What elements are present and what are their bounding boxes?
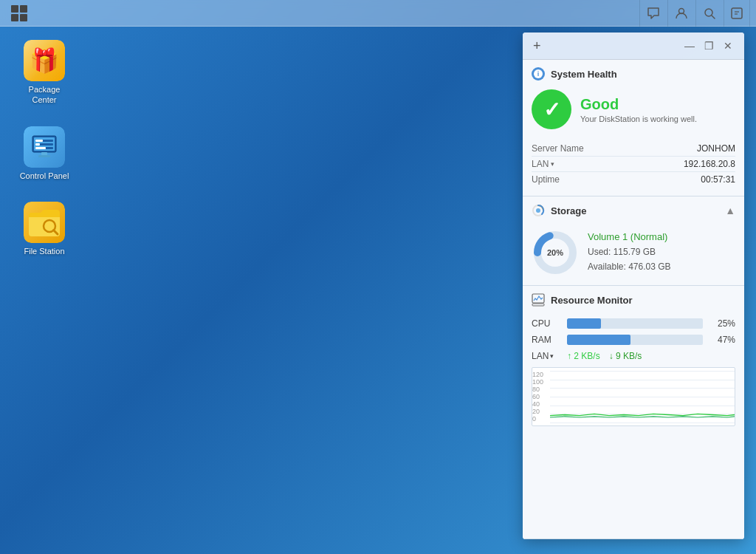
cpu-row: CPU 25% bbox=[532, 318, 735, 329]
health-status-icon: ✓ bbox=[532, 89, 571, 129]
chat-icon bbox=[647, 7, 660, 20]
lan-speed-label: LAN ▾ bbox=[532, 351, 561, 361]
ram-percent: 47% bbox=[709, 335, 735, 345]
file-station-label: File Station bbox=[24, 246, 64, 256]
ram-bar bbox=[567, 335, 630, 345]
health-description: Your DiskStation is working well. bbox=[580, 114, 697, 123]
panel-minimize-button[interactable]: — bbox=[681, 37, 698, 55]
desktop-icon-package-center[interactable]: 🎁 Package Center bbox=[15, 35, 74, 110]
lan-label: LAN ▾ bbox=[532, 159, 554, 169]
uptime-row: Uptime 00:57:31 bbox=[532, 172, 735, 187]
svg-point-20 bbox=[536, 208, 540, 213]
chart-y-labels: 120 100 80 60 40 20 0 bbox=[532, 371, 550, 423]
storage-available: Available: 476.03 GB bbox=[588, 260, 671, 274]
taskbar bbox=[0, 0, 756, 27]
cpu-percent: 25% bbox=[709, 318, 735, 329]
panel-header-left: + bbox=[530, 38, 544, 54]
taskbar-right bbox=[639, 0, 750, 27]
control-panel-label: Control Panel bbox=[20, 171, 69, 181]
panel-close-button[interactable]: ✕ bbox=[719, 37, 737, 55]
health-details: Server Name JONHOM LAN ▾ 192.168.20.8 Up… bbox=[523, 138, 744, 196]
package-center-icon: 🎁 bbox=[24, 40, 65, 81]
svg-rect-24 bbox=[532, 304, 544, 306]
svg-rect-12 bbox=[35, 147, 46, 149]
chat-icon-button[interactable] bbox=[639, 0, 666, 27]
notifications-icon-button[interactable] bbox=[724, 0, 750, 27]
svg-rect-13 bbox=[41, 152, 47, 155]
info-panel: + — ❐ ✕ i System Health ✓ Good Your D bbox=[523, 33, 744, 539]
system-health-icon: i bbox=[532, 67, 545, 81]
svg-rect-2 bbox=[732, 8, 742, 18]
cpu-label: CPU bbox=[532, 318, 561, 329]
svg-rect-14 bbox=[38, 155, 50, 157]
resource-monitor-content: CPU 25% RAM 47% LAN ▾ bbox=[523, 312, 744, 435]
storage-collapse-button[interactable]: ▲ bbox=[725, 205, 735, 216]
storage-info: Volume 1 (Normal) Used: 115.79 GB Availa… bbox=[588, 231, 671, 273]
system-health-content: ✓ Good Your DiskStation is working well. bbox=[523, 86, 744, 138]
desktop-icons: 🎁 Package Center bbox=[15, 35, 74, 261]
user-icon bbox=[675, 7, 688, 20]
chart-lines bbox=[550, 371, 735, 423]
desktop-icon-control-panel[interactable]: Control Panel bbox=[15, 122, 74, 185]
system-health-section: i System Health ✓ Good Your DiskStation … bbox=[523, 60, 744, 196]
file-station-icon bbox=[24, 202, 65, 243]
system-health-header: i System Health bbox=[523, 60, 744, 86]
package-center-label: Package Center bbox=[19, 84, 69, 106]
svg-text:i: i bbox=[537, 70, 540, 78]
storage-section: Storage ▲ 20% Volume 1 (Normal) bbox=[523, 196, 744, 286]
cpu-bar bbox=[567, 318, 601, 329]
lan-chart: 120 100 80 60 40 20 0 bbox=[532, 367, 735, 426]
lan-chart-svg bbox=[550, 371, 735, 423]
taskbar-left bbox=[6, 0, 32, 27]
storage-title: Storage bbox=[551, 205, 586, 216]
search-icon bbox=[703, 7, 716, 20]
storage-icon bbox=[532, 204, 545, 217]
storage-volume-status: (Normal) bbox=[630, 231, 668, 242]
apps-grid-icon bbox=[11, 5, 27, 21]
lan-speeds: ↑ 2 KB/s ↓ 9 KB/s bbox=[567, 351, 642, 361]
uptime-label: Uptime bbox=[532, 174, 560, 185]
resource-monitor-title: Resource Monitor bbox=[551, 295, 633, 306]
panel-restore-button[interactable]: ❐ bbox=[700, 37, 718, 55]
cpu-bar-wrap bbox=[567, 318, 703, 329]
lan-value: 192.168.20.8 bbox=[684, 159, 735, 169]
storage-donut-chart: 20% bbox=[532, 229, 579, 276]
storage-volume-name: Volume 1 (Normal) bbox=[588, 231, 671, 242]
svg-rect-10 bbox=[35, 143, 40, 146]
resource-monitor-section: Resource Monitor CPU 25% RAM 47% bbox=[523, 286, 744, 539]
lan-upload: ↑ 2 KB/s bbox=[567, 351, 600, 361]
storage-header-left: Storage bbox=[532, 204, 586, 217]
server-name-label: Server Name bbox=[532, 143, 584, 154]
desktop-icon-file-station[interactable]: File Station bbox=[15, 197, 74, 261]
resource-monitor-icon bbox=[532, 293, 545, 307]
lan-download: ↓ 9 KB/s bbox=[609, 351, 642, 361]
search-icon-button[interactable] bbox=[695, 0, 722, 27]
health-status-text: Good bbox=[580, 96, 697, 113]
panel-add-button[interactable]: + bbox=[530, 38, 544, 54]
apps-menu-button[interactable] bbox=[6, 0, 32, 27]
storage-header: Storage ▲ bbox=[523, 196, 744, 223]
user-icon-button[interactable] bbox=[667, 0, 694, 27]
storage-content: 20% Volume 1 (Normal) Used: 115.79 GB Av… bbox=[523, 223, 744, 285]
system-health-title: System Health bbox=[551, 69, 617, 80]
svg-rect-8 bbox=[35, 140, 43, 142]
panel-header: + — ❐ ✕ bbox=[523, 33, 744, 60]
ram-bar-wrap bbox=[567, 335, 703, 345]
control-panel-icon bbox=[24, 126, 65, 168]
ram-label: RAM bbox=[532, 335, 561, 345]
server-name-row: Server Name JONHOM bbox=[532, 141, 735, 157]
lan-speed-row: LAN ▾ ↑ 2 KB/s ↓ 9 KB/s bbox=[532, 351, 735, 361]
server-name-value: JONHOM bbox=[697, 143, 735, 154]
uptime-value: 00:57:31 bbox=[701, 174, 735, 185]
lan-row: LAN ▾ 192.168.20.8 bbox=[532, 157, 735, 172]
ram-row: RAM 47% bbox=[532, 335, 735, 345]
storage-used: Used: 115.79 GB bbox=[588, 245, 671, 259]
resource-monitor-header: Resource Monitor bbox=[523, 286, 744, 312]
storage-percent-label: 20% bbox=[532, 229, 579, 276]
notifications-icon bbox=[730, 7, 743, 20]
